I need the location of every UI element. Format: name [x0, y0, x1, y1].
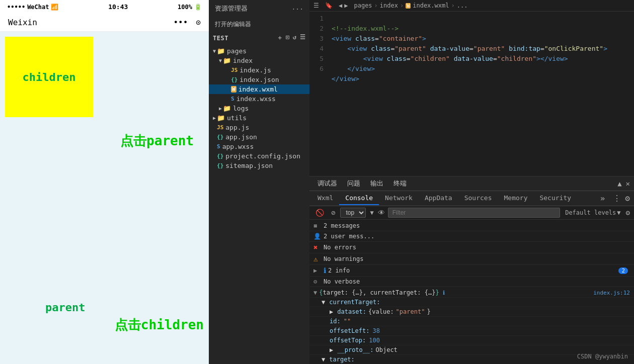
more-tabs-icon[interactable]: » [596, 191, 609, 206]
parent-label: parent [45, 301, 85, 314]
phone-status-left: ••••• WeChat 📶 [7, 4, 58, 11]
top-editor-area: ☰ 🔖 ◀ ▶ pages › index › W index.wxml › .… [309, 0, 634, 191]
source-link[interactable]: index.js:12 [593, 290, 630, 296]
tree-item-index[interactable]: ▼ 📁 index [209, 56, 309, 65]
toolbar-icon[interactable]: ☰ [313, 2, 319, 9]
tree-item-app-json[interactable]: ▶ {} app.json [209, 132, 309, 142]
code-content[interactable]: <!--index.wxml--> <view class="container… [328, 12, 634, 176]
phone-content: children parent 点击parent 点击children [0, 32, 209, 364]
console-entry-1[interactable]: ▼ {target: {…}, currentTarget: {…}} ℹ in… [309, 288, 634, 298]
json-file-icon: {} [217, 134, 223, 140]
gear-icon: ⚙ [313, 278, 324, 285]
tree-item-sitemap[interactable]: ▶ {} sitemap.json [209, 161, 309, 170]
console-row-errors[interactable]: ✖ No errors [309, 242, 634, 253]
breadcrumb-wxml: index.wxml [413, 2, 449, 9]
block-icon[interactable]: 🚫 [313, 208, 326, 218]
tab-appdata[interactable]: AppData [419, 192, 458, 205]
tab-wxml[interactable]: Wxml [311, 192, 339, 205]
issues-tab[interactable]: 问题 [343, 178, 364, 189]
filter-input[interactable] [388, 208, 561, 218]
bookmark-icon[interactable]: 🔖 [325, 2, 333, 9]
click-parent-annotation: 点击parent [120, 132, 194, 150]
breadcrumb-back-icon[interactable]: ◀ [339, 2, 342, 9]
tree-item-label: logs [233, 105, 249, 112]
tree-item-index-json[interactable]: ▶ {} index.json [209, 75, 309, 84]
more-dots-icon[interactable]: ··· [292, 5, 303, 13]
devtools-more-icon[interactable]: ⋮ [611, 191, 623, 206]
tab-console[interactable]: Console [339, 192, 379, 205]
console-clear-icon[interactable]: ⊘ [329, 208, 337, 218]
tree-item-app-wxss[interactable]: ▶ S app.wxss [209, 142, 309, 151]
context-selector[interactable]: top [340, 208, 366, 218]
error-icon: ✖ [313, 243, 324, 251]
nav-dots-icon[interactable]: ••• [173, 18, 188, 27]
add-file-icon[interactable]: ＋ [277, 34, 283, 42]
tree-item-label: index.wxml [239, 85, 278, 93]
console-settings-icon[interactable]: ⚙ [626, 209, 630, 217]
tab-sources[interactable]: Sources [458, 192, 498, 205]
console-row-warnings[interactable]: ⚠ No warnings [309, 253, 634, 265]
tree-item-index-wxml[interactable]: ▶ W index.wxml [209, 84, 309, 94]
breadcrumb-forward-icon[interactable]: ▶ [344, 2, 348, 9]
id-value: "" [344, 318, 351, 325]
console-entry-currenttarget-label: ▼ currentTarget: [309, 298, 634, 307]
console-row-user-messages[interactable]: 👤 2 user mess... [309, 231, 634, 242]
nav-circle-icon[interactable]: ⊙ [196, 18, 201, 27]
dataset-arrow[interactable]: ▶ [330, 308, 333, 315]
refresh-icon[interactable]: ↺ [293, 34, 297, 42]
tree-item-project-config[interactable]: ▶ {} project.config.json [209, 151, 309, 161]
proto-arrow[interactable]: ▶ [330, 346, 333, 353]
tree-item-logs[interactable]: ▶ 📁 logs [209, 104, 309, 113]
terminal-tab[interactable]: 终端 [389, 178, 411, 189]
tree-item-label: index.js [240, 66, 271, 74]
user-messages-label: 2 user mess... [324, 233, 630, 240]
offsetleft-key: offsetLeft: [330, 327, 369, 334]
json-file-icon: {} [217, 153, 223, 159]
bottom-console-area: Wxml Console Network AppData Sources Mem… [309, 191, 634, 364]
current-target-arrow: ▼ [322, 299, 325, 306]
console-row-verbose[interactable]: ⚙ No verbose [309, 277, 634, 287]
console-row-messages[interactable]: ≡ 2 messages [309, 221, 634, 231]
add-folder-icon[interactable]: ⊡ [286, 34, 290, 42]
warning-icon: ⚠ [313, 255, 324, 263]
tree-item-label: index [233, 57, 253, 64]
eye-icon[interactable]: 👁 [378, 209, 385, 217]
debugger-tab[interactable]: 调试器 [313, 178, 341, 189]
tree-item-pages[interactable]: ▼ 📁 pages [209, 46, 309, 56]
current-target-label: currentTarget: [329, 299, 380, 306]
breadcrumb-sep: › [374, 2, 378, 9]
default-levels-selector[interactable]: Default levels ▼ [563, 208, 622, 217]
line-numbers: 1 2 3 4 5 6 [309, 12, 328, 176]
battery-percent: 100% [178, 4, 192, 11]
close-brace: } [427, 308, 430, 315]
line-num-3: 3 [313, 34, 324, 44]
tab-security[interactable]: Security [533, 192, 577, 205]
console-entry-offsetleft-1: offsetLeft: 38 [309, 326, 634, 336]
file-explorer-title: 资源管理器 [215, 4, 248, 13]
test-label: TEST [213, 35, 228, 42]
tree-item-label: sitemap.json [225, 162, 273, 169]
devtools-settings-icon[interactable]: ⚙ [623, 191, 632, 206]
collapse-icon[interactable]: ☰ [300, 34, 306, 42]
tab-network[interactable]: Network [379, 192, 419, 205]
tree-item-utils[interactable]: ▶ 📁 utils [209, 113, 309, 123]
tab-memory[interactable]: Memory [498, 192, 534, 205]
tree-item-label: utils [227, 114, 247, 122]
list-icon: ≡ [313, 222, 324, 229]
chevron-up-icon[interactable]: ▲ [617, 179, 621, 188]
console-entry-id-1: id: "" [309, 317, 634, 326]
tree-item-app-js[interactable]: ▶ JS app.js [209, 123, 309, 132]
tree-item-index-wxss[interactable]: ▶ S index.wxss [209, 94, 309, 104]
tree-item-index-js[interactable]: ▶ JS index.js [209, 65, 309, 75]
battery-icon: 🔋 [194, 4, 202, 11]
dataset-label: dataset: [337, 308, 366, 315]
section-action-icons: ＋ ⊡ ↺ ☰ [277, 34, 305, 42]
expand-icon[interactable]: ▼ [313, 289, 317, 296]
tree-item-label: index.json [240, 76, 279, 83]
close-devtools-icon[interactable]: ✕ [626, 179, 630, 188]
json-file-icon: {} [231, 76, 237, 83]
js-file-icon: JS [231, 67, 237, 73]
json-file-icon: {} [217, 162, 223, 169]
output-tab[interactable]: 输出 [366, 178, 387, 189]
console-row-info[interactable]: ▶ ℹ 2 info 2 [309, 265, 634, 277]
